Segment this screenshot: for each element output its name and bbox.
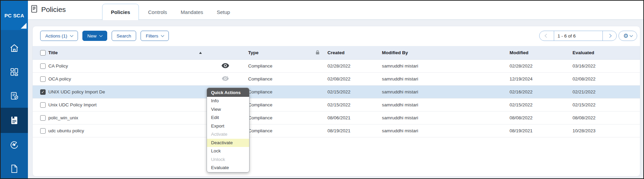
menu-item-export[interactable]: Export xyxy=(207,122,249,131)
next-page-button[interactable] xyxy=(603,31,616,41)
created-cell: 02/08/2022 xyxy=(324,76,379,81)
menu-item-unlock: Unlock xyxy=(207,155,249,164)
policies-panel: Actions (1) New Search Filters xyxy=(32,26,640,177)
gear-icon: ⚙ xyxy=(623,33,628,39)
pagination-range-label: 1 - 6 of 6 xyxy=(554,33,576,39)
actions-button[interactable]: Actions (1) xyxy=(40,31,78,41)
menu-item-lock[interactable]: Lock xyxy=(207,147,249,155)
select-all-checkbox[interactable] xyxy=(40,50,46,56)
sidebar-item-scans[interactable] xyxy=(1,133,28,157)
type-cell: Compliance xyxy=(244,76,324,81)
tab-controls[interactable]: Controls xyxy=(141,4,174,20)
created-cell: 02/15/2022 xyxy=(324,102,379,107)
eye-icon xyxy=(222,63,229,69)
column-header-modified[interactable]: Modified xyxy=(506,50,569,55)
table-row-selected[interactable]: ✓ UNIX UDC policy Import De Compliance 0… xyxy=(33,86,640,99)
type-cell: Compliance xyxy=(244,128,324,133)
table-row[interactable]: udc ubuntu policy Compliance 08/19/2021 … xyxy=(33,124,640,137)
modified-by-cell: samruddhi mistari xyxy=(379,102,506,107)
tab-mandates[interactable]: Mandates xyxy=(174,4,210,20)
row-checkbox[interactable] xyxy=(40,115,46,121)
filters-button-label: Filters xyxy=(146,33,158,39)
page-title: Policies xyxy=(41,5,66,14)
sort-ascending-icon xyxy=(199,52,202,54)
module-switcher-corner-triangle xyxy=(21,23,27,29)
row-checkbox[interactable] xyxy=(40,102,46,108)
created-cell: 08/06/2021 xyxy=(324,115,379,120)
modified-by-cell: samruddhi mistari xyxy=(379,115,506,120)
search-button[interactable]: Search xyxy=(112,31,136,41)
tab-setup[interactable]: Setup xyxy=(210,4,237,20)
search-button-label: Search xyxy=(117,33,131,39)
select-all-cell xyxy=(33,50,48,56)
gauge-icon xyxy=(10,140,19,150)
type-cell: Compliance xyxy=(244,89,324,94)
tab-bar: Policies Controls Mandates Setup xyxy=(102,4,237,20)
filters-button[interactable]: Filters xyxy=(141,31,169,41)
visibility-cell[interactable] xyxy=(207,63,244,69)
modified-cell: 02/28/2022 xyxy=(506,63,569,69)
sidebar: PC SCA xyxy=(1,1,28,178)
menu-item-evaluate[interactable]: Evaluate xyxy=(207,164,249,172)
column-header-modified-by[interactable]: Modified By xyxy=(379,50,506,55)
sidebar-item-home[interactable] xyxy=(1,36,28,60)
visibility-cell[interactable] xyxy=(207,76,244,82)
policies-doc-icon xyxy=(10,116,19,125)
column-header-evaluated[interactable]: Evaluated xyxy=(569,50,640,55)
report-shield-icon xyxy=(10,91,19,101)
policy-title-cell: OCA policy xyxy=(48,76,207,81)
menu-item-view[interactable]: View xyxy=(207,105,249,114)
chevron-down-icon xyxy=(630,34,633,37)
policies-title-icon xyxy=(31,5,38,14)
row-checkbox[interactable] xyxy=(40,128,46,134)
modified-by-cell: samruddhi mistari xyxy=(379,128,506,133)
modified-cell: 02/16/2022 xyxy=(506,89,569,94)
chevron-down-icon xyxy=(70,34,73,37)
column-header-created[interactable]: Created xyxy=(324,50,379,55)
type-cell: Compliance xyxy=(244,102,324,107)
column-header-type[interactable]: Type xyxy=(244,50,324,55)
created-cell: 02/28/2022 xyxy=(324,63,379,69)
row-checkbox-checked[interactable]: ✓ xyxy=(40,89,46,95)
lock-icon xyxy=(315,50,320,56)
modified-by-cell: samruddhi mistari xyxy=(379,89,506,94)
type-cell: Compliance xyxy=(244,63,324,69)
modified-by-cell: samruddhi mistari xyxy=(379,63,506,69)
menu-item-edit[interactable]: Edit xyxy=(207,114,249,122)
module-switcher-badge[interactable]: PC SCA xyxy=(1,1,28,30)
sidebar-item-policies[interactable] xyxy=(1,108,28,133)
created-cell: 02/15/2022 xyxy=(324,89,379,94)
policy-title-cell: UNIX UDC policy Import De xyxy=(48,89,207,94)
new-button-label: New xyxy=(87,33,97,39)
column-header-title[interactable]: Title xyxy=(48,50,207,55)
module-badge-label: PC SCA xyxy=(4,13,24,18)
table-settings-button[interactable]: ⚙ xyxy=(618,31,637,41)
chevron-right-icon xyxy=(608,34,611,38)
home-icon xyxy=(9,43,19,53)
modified-cell: 12/19/2024 xyxy=(506,76,569,81)
new-button[interactable]: New xyxy=(82,31,107,41)
main-area: Policies Policies Controls Mandates Setu… xyxy=(28,1,643,178)
menu-item-info[interactable]: Info xyxy=(207,97,249,105)
modified-cell: 08/08/2022 xyxy=(506,115,569,120)
sidebar-item-dashboard[interactable] xyxy=(1,60,28,84)
prev-page-button xyxy=(540,31,554,41)
type-cell: Compliance xyxy=(244,115,324,120)
menu-item-deactivate[interactable]: Deactivate xyxy=(207,139,249,147)
table-row[interactable]: CA Policy Compliance 02/28/2022 samr xyxy=(33,60,640,73)
row-checkbox[interactable] xyxy=(40,76,46,82)
policy-title-cell: Unix UDC Policy Import xyxy=(48,102,207,107)
quick-actions-menu-title: Quick Actions xyxy=(207,88,249,97)
sidebar-item-reports[interactable] xyxy=(1,84,28,108)
policy-title-cell: udc ubuntu policy xyxy=(48,128,207,133)
evaluated-cell: 08/08/2022 xyxy=(569,115,640,120)
table-row[interactable]: OCA policy Compliance xyxy=(33,73,640,86)
toolbar: Actions (1) New Search Filters xyxy=(40,31,169,41)
table-row[interactable]: polic_win_unix Compliance 08/06/2021 sam… xyxy=(33,111,640,124)
evaluated-cell: 02/21/2022 xyxy=(569,89,640,94)
row-checkbox[interactable] xyxy=(40,63,46,69)
chevron-left-icon xyxy=(545,34,548,38)
table-row[interactable]: Unix UDC Policy Import Compliance 02/15/… xyxy=(33,99,640,111)
tab-policies[interactable]: Policies xyxy=(102,4,139,20)
sidebar-item-documents[interactable] xyxy=(1,157,28,179)
